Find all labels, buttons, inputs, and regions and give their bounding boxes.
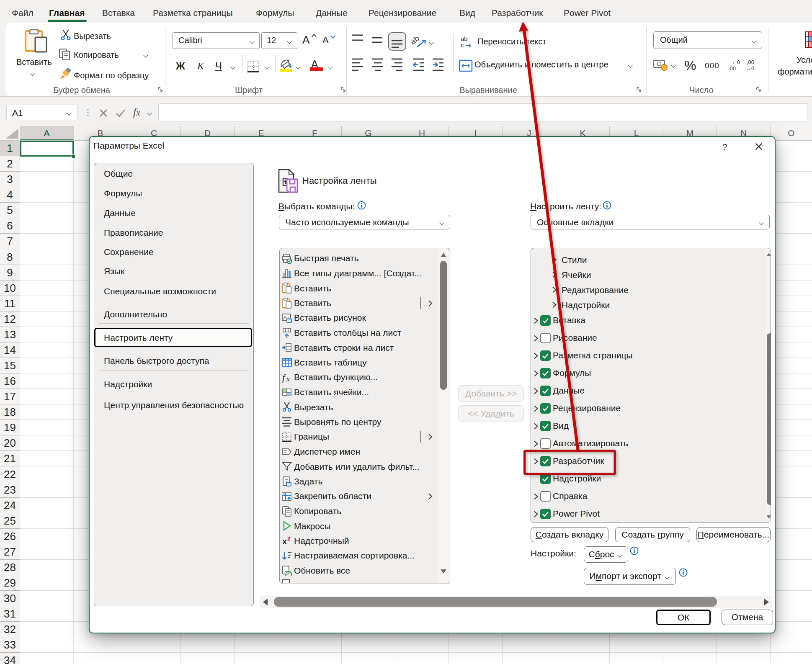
svg-text:→0: →0 <box>746 65 754 71</box>
svg-text:←0: ←0 <box>732 59 740 65</box>
svg-text:f: f <box>282 372 286 383</box>
svg-text:,00: ,00 <box>728 65 736 71</box>
svg-text:x: x <box>286 375 290 383</box>
svg-text:c: c <box>461 41 464 48</box>
svg-text:,00: ,00 <box>747 59 754 65</box>
svg-text:x: x <box>282 537 287 546</box>
svg-text:2: 2 <box>287 535 290 542</box>
